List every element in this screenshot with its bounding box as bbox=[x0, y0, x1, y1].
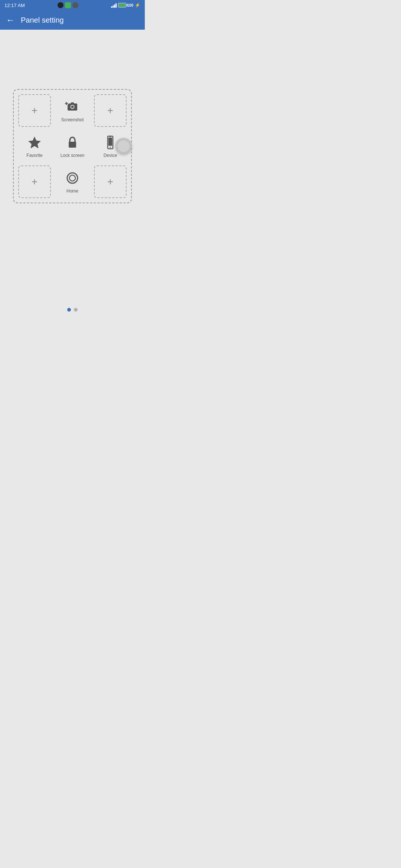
page-dot-1[interactable] bbox=[67, 308, 71, 312]
app-icon-1 bbox=[65, 2, 71, 8]
charging-icon: ⚡ bbox=[135, 3, 140, 8]
add-icon-3: + bbox=[32, 176, 38, 188]
screenshot-icon bbox=[64, 99, 81, 115]
svg-marker-4 bbox=[28, 137, 41, 148]
battery-percent: 100 bbox=[127, 3, 133, 7]
main-content: + Screenshot bbox=[0, 37, 145, 320]
empty-slot-2[interactable]: + bbox=[94, 94, 127, 127]
page-dot-2[interactable] bbox=[74, 308, 78, 312]
add-icon-1: + bbox=[32, 105, 38, 116]
status-right: 100 ⚡ bbox=[111, 3, 140, 8]
empty-slot-3[interactable]: + bbox=[18, 165, 51, 198]
battery-icon: 100 bbox=[118, 3, 133, 7]
empty-slot-4[interactable]: + bbox=[94, 165, 127, 198]
page-indicator bbox=[67, 308, 78, 312]
svg-point-8 bbox=[110, 147, 111, 148]
panel-container: + Screenshot bbox=[13, 89, 132, 203]
screenshot-label: Screenshot bbox=[61, 117, 84, 122]
notification-icon bbox=[58, 2, 63, 8]
svg-rect-5 bbox=[69, 142, 76, 148]
svg-rect-7 bbox=[108, 138, 112, 146]
grid-row-1: + Screenshot bbox=[18, 94, 127, 127]
empty-slot-1[interactable]: + bbox=[18, 94, 51, 127]
grid-row-2: Favorite Lock screen bbox=[18, 130, 127, 162]
panel-item-favorite[interactable]: Favorite bbox=[18, 130, 51, 162]
app-bar: ← Panel setting bbox=[0, 10, 145, 30]
add-icon-2: + bbox=[107, 105, 113, 116]
panel-item-lockscreen[interactable]: Lock screen bbox=[56, 130, 89, 162]
status-time: 12:17 AM bbox=[4, 3, 25, 8]
svg-point-11 bbox=[69, 175, 75, 181]
signal-icon bbox=[111, 3, 117, 8]
panel-item-home[interactable]: Home bbox=[56, 165, 89, 198]
panel-item-screenshot[interactable]: Screenshot bbox=[56, 94, 89, 127]
svg-point-3 bbox=[71, 106, 74, 108]
grid-row-3: + Home + bbox=[18, 165, 127, 198]
back-button[interactable]: ← bbox=[6, 15, 15, 25]
lockscreen-label: Lock screen bbox=[61, 153, 85, 158]
status-icons bbox=[58, 2, 78, 8]
svg-point-10 bbox=[67, 173, 78, 183]
home-icon bbox=[64, 170, 81, 186]
home-label: Home bbox=[66, 188, 78, 194]
float-handle-button[interactable] bbox=[115, 138, 132, 154]
status-bar: 12:17 AM 100 ⚡ bbox=[0, 0, 145, 10]
add-icon-4: + bbox=[107, 176, 113, 188]
device-label: Device bbox=[104, 153, 117, 158]
page-title: Panel setting bbox=[21, 16, 64, 24]
lock-icon bbox=[64, 134, 81, 151]
favorite-label: Favorite bbox=[26, 153, 42, 158]
star-icon bbox=[26, 134, 43, 151]
app-icon-2 bbox=[72, 2, 78, 8]
